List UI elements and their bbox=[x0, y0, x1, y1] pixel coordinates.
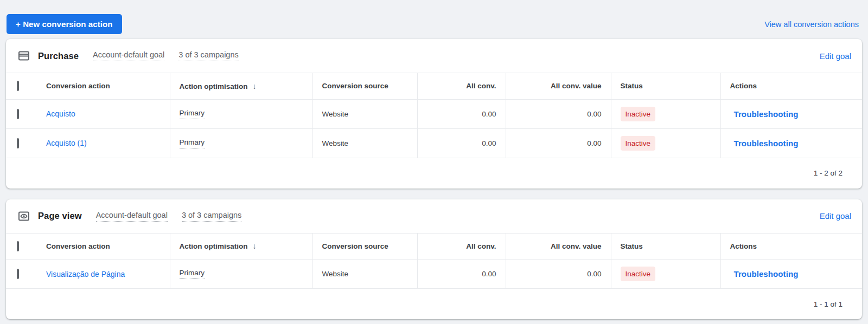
pagination-range: 1 - 1 of 1 bbox=[814, 300, 843, 308]
row-checkbox[interactable] bbox=[17, 138, 19, 148]
status-badge: Inactive bbox=[621, 107, 656, 121]
goal-title: Purchase bbox=[38, 51, 79, 61]
column-header-actions: Actions bbox=[720, 73, 862, 99]
pagination-range: 1 - 2 of 2 bbox=[814, 169, 843, 177]
goal-type-chip[interactable]: Account-default goal bbox=[96, 211, 168, 222]
column-header-status[interactable]: Status bbox=[611, 73, 720, 99]
new-conversion-action-button[interactable]: + New conversion action bbox=[7, 14, 122, 34]
row-checkbox[interactable] bbox=[17, 269, 19, 279]
all-conv-value-cell: 0.00 bbox=[506, 99, 611, 128]
table-row: Acquisto Primary Website 0.00 0.00 Inact… bbox=[6, 99, 862, 128]
edit-goal-link[interactable]: Edit goal bbox=[820, 211, 851, 221]
column-header-all-conv[interactable]: All conv. bbox=[417, 234, 506, 260]
all-conv-value-cell: 0.00 bbox=[506, 128, 611, 158]
column-header-action-optimisation[interactable]: Action optimisation↓ bbox=[170, 73, 312, 99]
sort-descending-icon: ↓ bbox=[253, 242, 257, 250]
column-header-conversion-action[interactable]: Conversion action bbox=[37, 234, 170, 260]
row-checkbox[interactable] bbox=[17, 109, 19, 119]
column-header-label: Action optimisation bbox=[180, 242, 248, 250]
campaigns-chip[interactable]: 3 of 3 campaigns bbox=[182, 211, 241, 222]
purchase-conversions-table: Conversion action Action optimisation↓ C… bbox=[6, 73, 862, 158]
select-all-checkbox[interactable] bbox=[17, 241, 19, 251]
conversion-source-cell: Website bbox=[312, 260, 417, 289]
troubleshooting-link[interactable]: Troubleshooting bbox=[730, 139, 799, 148]
status-badge: Inactive bbox=[621, 136, 656, 151]
column-header-conversion-source[interactable]: Conversion source bbox=[312, 73, 417, 99]
optimisation-chip[interactable]: Primary bbox=[180, 138, 205, 148]
conversion-source-cell: Website bbox=[312, 128, 417, 158]
campaigns-chip[interactable]: 3 of 3 campaigns bbox=[178, 50, 238, 61]
all-conv-value-cell: 0.00 bbox=[506, 260, 611, 289]
column-header-conversion-source[interactable]: Conversion source bbox=[312, 234, 417, 260]
conversion-action-link[interactable]: Visualização de Página bbox=[46, 270, 125, 278]
view-all-conversion-actions-link[interactable]: View all conversion actions bbox=[764, 20, 859, 29]
table-row: Visualização de Página Primary Website 0… bbox=[6, 260, 862, 289]
column-header-all-conv[interactable]: All conv. bbox=[417, 73, 506, 99]
optimisation-chip[interactable]: Primary bbox=[180, 109, 205, 119]
conversion-action-link[interactable]: Acquisto (1) bbox=[46, 139, 87, 147]
column-header-all-conv-value[interactable]: All conv. value bbox=[506, 73, 611, 99]
goal-card-page-view: Page view Account-default goal 3 of 3 ca… bbox=[6, 199, 862, 320]
goal-card-purchase: Purchase Account-default goal 3 of 3 cam… bbox=[6, 39, 862, 189]
edit-goal-link[interactable]: Edit goal bbox=[820, 51, 851, 61]
conversion-source-cell: Website bbox=[312, 99, 417, 128]
credit-card-icon bbox=[17, 49, 30, 62]
eye-icon bbox=[17, 210, 30, 223]
column-header-label: Action optimisation bbox=[180, 82, 248, 90]
toolbar: + New conversion action View all convers… bbox=[0, 0, 868, 39]
column-header-conversion-action[interactable]: Conversion action bbox=[37, 73, 170, 99]
table-header-row: Conversion action Action optimisation↓ C… bbox=[6, 234, 862, 260]
goal-type-chip[interactable]: Account-default goal bbox=[93, 50, 164, 61]
sort-descending-icon: ↓ bbox=[253, 82, 257, 90]
column-header-action-optimisation[interactable]: Action optimisation↓ bbox=[170, 234, 312, 260]
column-header-all-conv-value[interactable]: All conv. value bbox=[506, 234, 611, 260]
table-header-row: Conversion action Action optimisation↓ C… bbox=[6, 73, 862, 99]
goal-title: Page view bbox=[38, 211, 82, 221]
troubleshooting-link[interactable]: Troubleshooting bbox=[730, 269, 799, 278]
all-conv-cell: 0.00 bbox=[417, 260, 506, 289]
all-conv-cell: 0.00 bbox=[417, 128, 506, 158]
column-header-status[interactable]: Status bbox=[611, 234, 720, 260]
page-view-conversions-table: Conversion action Action optimisation↓ C… bbox=[6, 234, 862, 289]
all-conv-cell: 0.00 bbox=[417, 99, 506, 128]
troubleshooting-link[interactable]: Troubleshooting bbox=[730, 109, 799, 119]
purchase-card-header: Purchase Account-default goal 3 of 3 cam… bbox=[6, 39, 862, 73]
status-badge: Inactive bbox=[621, 267, 656, 281]
conversion-action-link[interactable]: Acquisto bbox=[46, 109, 75, 118]
optimisation-chip[interactable]: Primary bbox=[180, 269, 205, 279]
pagination: 1 - 2 of 2 bbox=[6, 158, 862, 189]
pagination: 1 - 1 of 1 bbox=[6, 289, 862, 319]
page-view-card-header: Page view Account-default goal 3 of 3 ca… bbox=[6, 199, 862, 234]
table-row: Acquisto (1) Primary Website 0.00 0.00 I… bbox=[6, 128, 862, 158]
column-header-actions: Actions bbox=[720, 234, 862, 260]
select-all-checkbox[interactable] bbox=[17, 81, 19, 91]
